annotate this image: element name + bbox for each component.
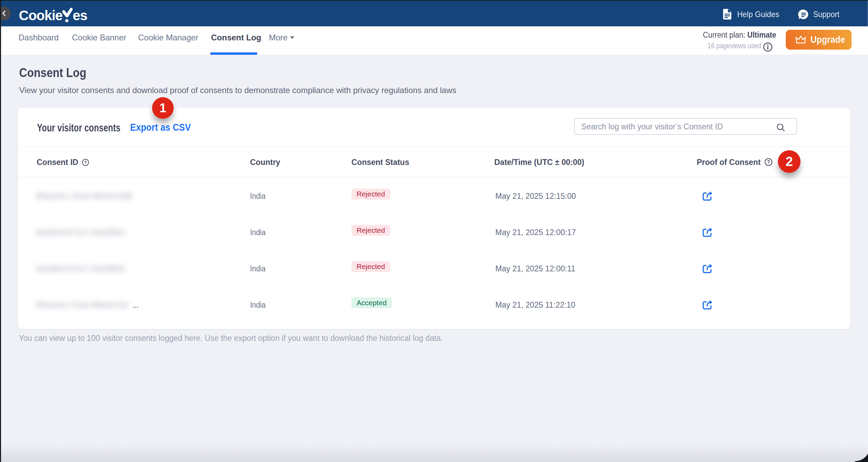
svg-text:?: ? — [84, 160, 87, 165]
svg-text:?: ? — [767, 159, 770, 165]
